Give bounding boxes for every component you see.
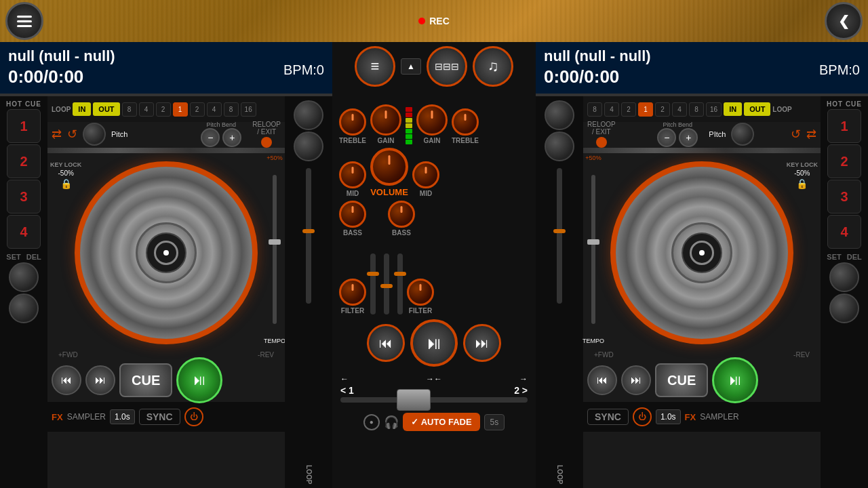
left-loop-16[interactable]: 16 [241,102,256,117]
right-turntable[interactable] [610,161,793,344]
mixer-play-btn[interactable]: ⏯ [410,319,458,367]
right-skip-next-btn[interactable]: ⏭ [621,365,651,395]
left-hot-cue-2[interactable]: 2 [7,144,41,178]
right-hc-knob-2[interactable] [829,293,859,323]
mixer-record-btn[interactable]: ● [363,414,380,430]
mixer-prev-btn[interactable]: ⏮ [367,324,405,362]
mixer-mid-left-knob[interactable] [339,161,366,188]
right-pitch-down-btn[interactable]: − [657,128,676,147]
left-hot-cue-3[interactable]: 3 [7,180,41,214]
right-sampler-label[interactable]: SAMPLER [700,412,738,422]
right-loop-1[interactable]: 1 [638,102,653,117]
mixer-bass-left-knob[interactable] [339,201,366,228]
right-del-btn[interactable]: DEL [847,253,862,261]
mixer-ch2-track[interactable] [384,253,389,314]
left-hot-cue-1[interactable]: 1 [7,109,41,143]
left-loop-1[interactable]: 1 [173,102,188,117]
right-reloop-exit[interactable]: RELOOP / EXIT [587,121,616,148]
right-loop-2b[interactable]: 2 [655,102,670,117]
right-out-btn[interactable]: OUT [744,102,770,116]
mixer-filter-left-knob[interactable] [339,279,366,306]
left-in-btn[interactable]: IN [73,102,91,116]
right-pitch-knob[interactable] [731,123,754,146]
left-out-btn[interactable]: OUT [93,102,119,116]
left-set-btn[interactable]: SET [6,253,20,261]
right-tempo-thumb[interactable] [587,239,599,245]
mixer-playlist-btn[interactable]: ≡ [355,46,395,87]
left-pitch-down-btn[interactable]: − [201,128,220,147]
right-sync-btn[interactable]: SYNC [587,409,629,425]
left-turntable[interactable] [75,161,258,344]
left-side-knob-1[interactable] [294,100,323,130]
right-side-fader-thumb[interactable] [553,229,566,233]
right-repeat-icon[interactable]: ↺ [791,127,801,142]
mixer-filter-right-knob[interactable] [407,279,434,306]
left-reloop-exit[interactable]: RELOOP / EXIT [252,121,281,148]
right-in-btn[interactable]: IN [724,102,742,116]
left-shuffle-icon[interactable]: ⇄ [52,127,62,142]
mixer-mid-right-knob[interactable] [412,161,439,188]
right-loop-4b[interactable]: 4 [672,102,687,117]
mixer-gain-left-knob[interactable] [370,104,401,136]
right-hc-knob-1[interactable] [829,262,859,292]
left-side-fader-track[interactable] [306,168,311,304]
left-tempo-track[interactable] [273,175,277,324]
left-loop-8b[interactable]: 8 [224,102,239,117]
right-side-knob-1[interactable] [545,100,574,130]
left-pitch-knob[interactable] [83,123,106,146]
left-del-btn[interactable]: DEL [26,253,41,261]
left-pitch-up-btn[interactable]: + [222,128,241,147]
left-skip-prev-btn[interactable]: ⏮ [52,365,81,395]
left-loop-8a[interactable]: 8 [122,102,137,117]
right-lock-icon[interactable]: 🔒 [796,178,808,189]
left-skip-next-btn[interactable]: ⏭ [85,365,115,395]
mixer-ch3-track[interactable] [397,253,403,314]
mixer-seconds-btn[interactable]: 5s [484,414,505,430]
mixer-ch3-thumb[interactable] [394,272,406,276]
right-side-knob-2[interactable] [545,131,574,161]
left-cue-btn[interactable]: CUE [119,363,172,397]
right-cue-btn[interactable]: CUE [655,363,708,397]
left-loop-4a[interactable]: 4 [139,102,154,117]
right-hot-cue-1[interactable]: 1 [827,109,861,143]
mixer-bass-right-knob[interactable] [388,201,415,228]
mixer-music-btn[interactable]: ♫ [473,46,513,87]
left-side-fader-thumb[interactable] [302,229,315,233]
right-play-btn[interactable]: ⏯ [712,357,758,403]
left-hc-knob-2[interactable] [9,293,39,323]
mixer-eq-btn[interactable]: ⊟⊟⊟ [427,46,467,87]
right-tempo-track[interactable] [591,175,595,324]
left-loop-2a[interactable]: 2 [156,102,171,117]
mixer-ch1-thumb[interactable] [367,272,379,276]
right-hot-cue-3[interactable]: 3 [827,180,861,214]
mixer-next-btn[interactable]: ⏭ [463,324,501,362]
right-loop-8a[interactable]: 8 [587,102,602,117]
left-play-btn[interactable]: ⏯ [176,357,222,403]
crossfader-track[interactable] [340,397,528,403]
right-skip-prev-btn[interactable]: ⏮ [587,365,617,395]
back-button[interactable]: ❮ [825,2,863,40]
right-loop-8b[interactable]: 8 [689,102,704,117]
left-hot-cue-4[interactable]: 4 [7,215,41,249]
left-hc-knob-1[interactable] [9,262,39,292]
right-set-btn[interactable]: SET [827,253,841,261]
auto-fade-btn[interactable]: ✓ AUTO FADE [403,413,480,431]
right-fx-label[interactable]: FX [685,412,696,422]
mixer-volume-knob[interactable] [370,148,408,186]
xfader-page-left[interactable]: < 1 [340,385,354,396]
right-side-fader-track[interactable] [557,168,562,304]
left-sampler-label[interactable]: SAMPLER [67,412,106,422]
xfader-page-right[interactable]: 2 > [514,385,528,396]
right-loop-2a[interactable]: 2 [621,102,636,117]
menu-button[interactable] [5,2,43,40]
crossfader-thumb[interactable] [397,389,431,411]
left-fx-label[interactable]: FX [52,412,63,422]
mixer-ch2-thumb[interactable] [380,284,393,288]
right-loop-16[interactable]: 16 [706,102,722,117]
mixer-treble-right-knob[interactable] [452,108,479,136]
left-lock-icon[interactable]: 🔒 [60,178,72,189]
left-loop-2b[interactable]: 2 [190,102,205,117]
mixer-gain-right-knob[interactable] [416,104,448,136]
right-loop-4a[interactable]: 4 [604,102,619,117]
mixer-up-arrow-btn[interactable]: ▲ [401,58,421,75]
